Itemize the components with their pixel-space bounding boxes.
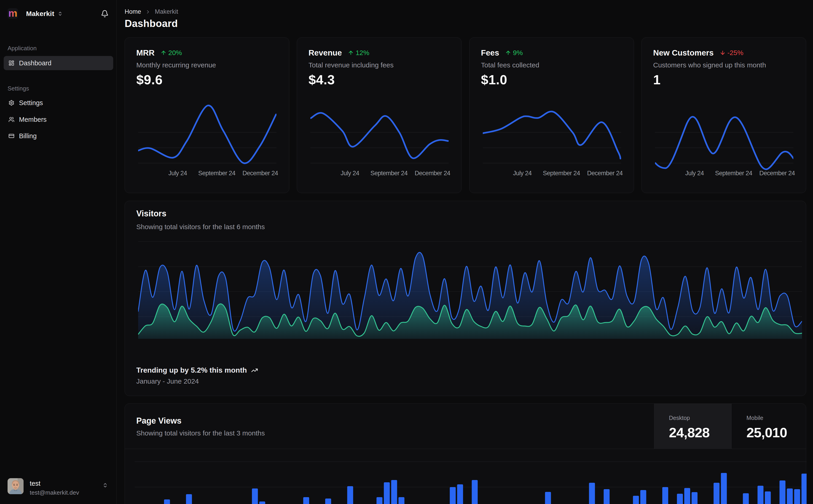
svg-text:m: m	[8, 8, 17, 19]
